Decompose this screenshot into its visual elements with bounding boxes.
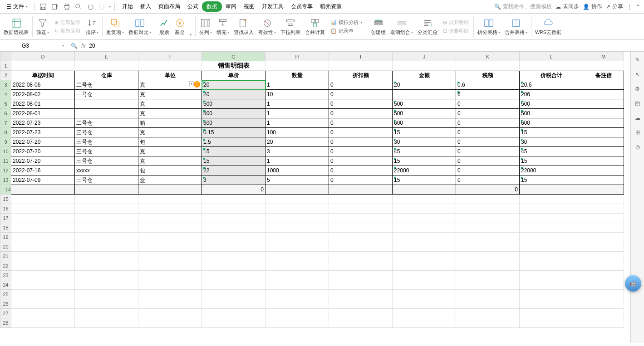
row-header-17[interactable]: 17 — [0, 214, 11, 223]
cell[interactable] — [75, 204, 138, 214]
tab-开始[interactable]: 开始 — [118, 1, 137, 12]
cell[interactable]: 0 — [456, 147, 520, 156]
name-box-dropdown-icon[interactable]: ▾ — [62, 44, 64, 48]
cell[interactable] — [11, 252, 75, 261]
cell[interactable] — [265, 61, 329, 71]
cell[interactable] — [393, 299, 456, 309]
row-header-28[interactable]: 28 — [0, 318, 11, 328]
col-header-I[interactable]: I — [329, 52, 393, 61]
table-header[interactable]: 数量 — [265, 71, 329, 80]
cell[interactable]: 2022-07-23 — [11, 128, 75, 137]
cell[interactable]: 0 — [456, 156, 520, 166]
cell[interactable] — [75, 252, 138, 261]
row-header-14[interactable]: 14 — [0, 185, 11, 195]
cell[interactable] — [520, 290, 583, 299]
cell[interactable] — [393, 290, 456, 299]
cell[interactable] — [583, 195, 624, 204]
cell[interactable]: 一号仓 — [75, 90, 138, 99]
row-header-22[interactable]: 22 — [0, 261, 11, 271]
cell[interactable] — [583, 280, 624, 290]
cell[interactable]: 1.5 — [202, 137, 265, 147]
cell[interactable] — [11, 261, 75, 271]
cell[interactable]: 30 — [393, 137, 456, 147]
cell[interactable] — [138, 261, 202, 271]
row-header-23[interactable]: 23 — [0, 271, 11, 280]
cell[interactable] — [393, 90, 456, 99]
cell[interactable] — [583, 299, 624, 309]
row-header-13[interactable]: 13 — [0, 175, 11, 185]
cell[interactable] — [202, 233, 265, 242]
cell[interactable] — [11, 309, 75, 318]
cell[interactable]: 2022-07-20 — [11, 147, 75, 156]
cell[interactable] — [329, 185, 393, 195]
cell[interactable]: 1 — [265, 80, 329, 90]
wps-cloud-data-button[interactable]: WPS云数据 — [533, 15, 563, 39]
row-header-27[interactable]: 27 — [0, 309, 11, 318]
cell[interactable] — [11, 318, 75, 328]
cell[interactable]: 500 — [520, 109, 583, 118]
cell[interactable] — [393, 309, 456, 318]
data-type-more-icon[interactable]: ▾ — [188, 31, 193, 39]
cell[interactable]: 30 — [520, 137, 583, 147]
cell[interactable] — [583, 118, 624, 128]
cell[interactable] — [456, 280, 520, 290]
cell[interactable] — [583, 175, 624, 185]
cell[interactable] — [393, 195, 456, 204]
row-header-9[interactable]: 9 — [0, 137, 11, 147]
cell[interactable] — [138, 290, 202, 299]
cell[interactable] — [583, 271, 624, 280]
cell[interactable] — [11, 299, 75, 309]
cell[interactable] — [329, 61, 393, 71]
table-header[interactable]: 金额 — [393, 71, 456, 80]
cell[interactable]: 0 — [329, 147, 393, 156]
sheet-title[interactable]: 销售明细表 — [202, 61, 265, 71]
row-header-18[interactable]: 18 — [0, 223, 11, 233]
fx-icon[interactable]: fx — [81, 43, 85, 49]
cell[interactable] — [11, 61, 75, 71]
row-header-19[interactable]: 19 — [0, 233, 11, 242]
cell[interactable]: 0 — [456, 185, 520, 195]
cell[interactable] — [75, 318, 138, 328]
undo-icon[interactable] — [85, 2, 95, 12]
cell[interactable] — [138, 61, 202, 71]
row-header-10[interactable]: 10 — [0, 147, 11, 156]
table-header[interactable]: 单据时间 — [11, 71, 75, 80]
cell[interactable]: 二号仓 — [75, 118, 138, 128]
row-header-1[interactable]: 1 — [0, 61, 11, 71]
table-header[interactable]: 仓库 — [75, 71, 138, 80]
cell[interactable] — [456, 242, 520, 252]
cell[interactable] — [11, 280, 75, 290]
cell[interactable] — [456, 318, 520, 328]
col-header-M[interactable]: M — [583, 52, 624, 61]
cell[interactable] — [456, 271, 520, 280]
cell[interactable] — [583, 99, 624, 109]
cell[interactable]: 三号仓 — [75, 137, 138, 147]
cell[interactable] — [265, 299, 329, 309]
cell[interactable] — [456, 204, 520, 214]
cell[interactable]: 15 — [393, 175, 456, 185]
cell[interactable]: 0 — [456, 99, 520, 109]
side-style-icon[interactable]: ✎ — [633, 55, 642, 64]
cell[interactable]: 盒 — [138, 175, 202, 185]
cell[interactable]: 20 — [202, 90, 265, 99]
row-header-12[interactable]: 12 — [0, 166, 11, 175]
cell[interactable] — [393, 271, 456, 280]
cell[interactable] — [265, 242, 329, 252]
cell[interactable] — [202, 242, 265, 252]
cell[interactable] — [202, 204, 265, 214]
cell[interactable] — [202, 195, 265, 204]
cell[interactable] — [393, 252, 456, 261]
cell[interactable] — [329, 271, 393, 280]
cell[interactable]: 5 — [265, 175, 329, 185]
collapse-ribbon-icon[interactable]: ⌃ — [636, 4, 640, 10]
cell[interactable] — [583, 223, 624, 233]
tab-开发工具[interactable]: 开发工具 — [258, 1, 287, 12]
row-header-15[interactable]: 15 — [0, 195, 11, 204]
cell[interactable] — [202, 261, 265, 271]
simulate-button[interactable]: 📊模拟分析▾ — [329, 19, 363, 26]
cell[interactable] — [138, 271, 202, 280]
cell[interactable] — [11, 242, 75, 252]
col-header-E[interactable]: E — [75, 52, 138, 61]
cell[interactable] — [393, 204, 456, 214]
cell[interactable] — [393, 61, 456, 71]
